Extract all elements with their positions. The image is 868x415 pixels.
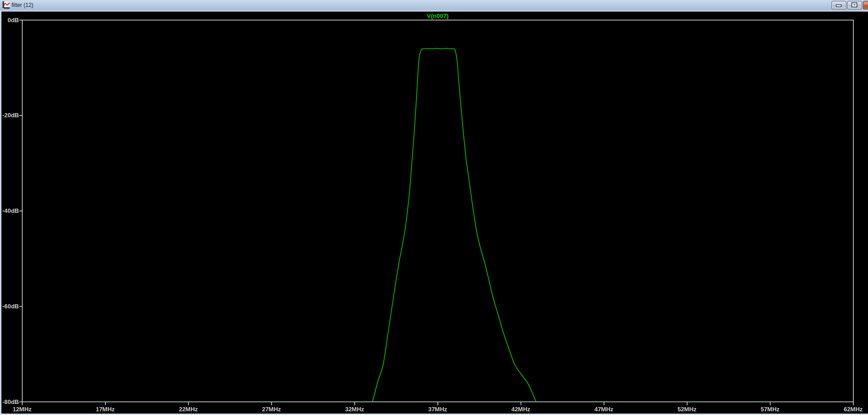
- svg-text:-40dB: -40dB: [2, 207, 19, 214]
- svg-text:12MHz: 12MHz: [12, 406, 32, 413]
- svg-text:47MHz: 47MHz: [594, 406, 614, 413]
- svg-text:52MHz: 52MHz: [677, 406, 697, 413]
- svg-text:62MHz: 62MHz: [844, 406, 863, 413]
- svg-text:57MHz: 57MHz: [760, 406, 780, 413]
- svg-text:42MHz: 42MHz: [511, 406, 530, 413]
- svg-text:17MHz: 17MHz: [96, 406, 115, 413]
- svg-text:V(n007): V(n007): [427, 12, 449, 19]
- svg-text:32MHz: 32MHz: [345, 406, 364, 413]
- svg-text:-20dB: -20dB: [2, 112, 19, 119]
- svg-text:0dB: 0dB: [7, 17, 19, 24]
- svg-text:-60dB: -60dB: [2, 303, 19, 310]
- svg-text:-80dB: -80dB: [2, 398, 19, 405]
- svg-text:37MHz: 37MHz: [428, 406, 447, 413]
- svg-text:22MHz: 22MHz: [179, 406, 198, 413]
- svg-text:27MHz: 27MHz: [262, 406, 281, 413]
